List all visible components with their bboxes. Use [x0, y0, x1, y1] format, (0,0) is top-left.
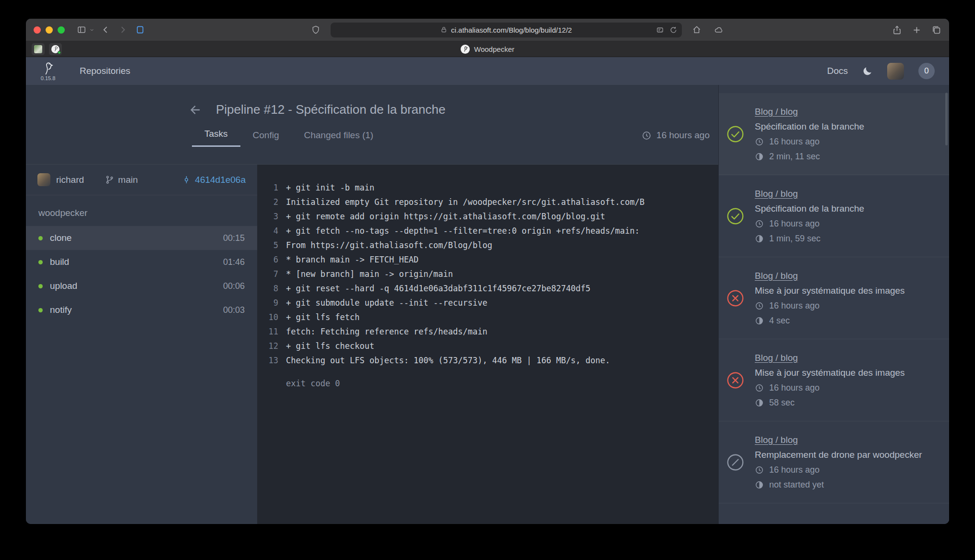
- step-clone[interactable]: clone 00:15: [26, 226, 257, 250]
- step-build[interactable]: build 01:46: [26, 250, 257, 274]
- notification-badge[interactable]: 0: [918, 63, 935, 79]
- reload-icon[interactable]: [669, 26, 678, 34]
- pipeline-time: 16 hours ago: [642, 130, 718, 147]
- address-bar-actions: [656, 23, 678, 37]
- minimize-window-button[interactable]: [46, 26, 53, 34]
- pipeline-entry-time: 16 hours ago: [769, 465, 820, 475]
- tab-config[interactable]: Config: [240, 130, 292, 147]
- commit-sha: 4614d1e06a: [195, 175, 246, 185]
- step-duration: 00:15: [223, 233, 245, 243]
- dark-mode-toggle-icon[interactable]: [862, 66, 873, 76]
- steps-sidebar: richard main 4614d1e06a woodpecker: [26, 165, 257, 524]
- app-body: Pipeline #12 - Spécification de la branc…: [26, 85, 949, 524]
- log-line-number: 9: [257, 296, 278, 310]
- success-status-icon: [726, 125, 744, 143]
- step-name: upload: [50, 281, 77, 291]
- log-line-text: + git init -b main: [278, 180, 374, 195]
- pipeline-entry-duration: 2 min, 11 sec: [769, 152, 820, 162]
- tab-overview-icon[interactable]: [931, 25, 941, 35]
- pipeline-entry-duration: 58 sec: [769, 398, 795, 408]
- branch-name: main: [118, 175, 138, 185]
- step-duration: 00:03: [223, 305, 245, 315]
- close-window-button[interactable]: [34, 26, 41, 34]
- app-version: 0.15.8: [41, 76, 56, 81]
- log-line-number: 8: [257, 281, 278, 296]
- active-tab-title: Woodpecker: [474, 45, 514, 53]
- duration-icon: [755, 234, 764, 243]
- pipeline-entry-title: Mise à jour systématique des images: [755, 368, 905, 378]
- log-line: 7* [new branch] main -> origin/main: [257, 267, 718, 281]
- nav-docs[interactable]: Docs: [827, 66, 848, 76]
- pipeline-entry-text: Blog / blog Remplacement de drone par wo…: [755, 435, 922, 490]
- log-line-text: From https://git.athaliasoft.com/Blog/bl…: [278, 238, 492, 252]
- duration-icon: [755, 316, 764, 325]
- toolbar-center: ci.athaliasoft.com/Blog/blog/build/12/2: [150, 23, 884, 37]
- pipeline-entry[interactable]: Blog / blog Remplacement de drone par wo…: [719, 503, 949, 524]
- repo-link[interactable]: Blog / blog: [755, 353, 798, 363]
- site-settings-icon[interactable]: [656, 26, 664, 34]
- active-tab[interactable]: Woodpecker: [461, 41, 514, 57]
- step-notify[interactable]: notify 00:03: [26, 298, 257, 322]
- log-viewer[interactable]: 1+ git init -b main 2Initialized empty G…: [257, 165, 718, 524]
- log-line-number: 12: [257, 339, 278, 353]
- repo-link[interactable]: Blog / blog: [755, 271, 798, 281]
- forward-button[interactable]: [116, 23, 130, 37]
- tab-changed-files[interactable]: Changed files (1): [292, 130, 386, 147]
- repo-link[interactable]: Blog / blog: [755, 107, 798, 117]
- toolbar-right: [892, 25, 941, 35]
- log-line: 9+ git submodule update --init --recursi…: [257, 296, 718, 310]
- pipeline-entry-title: Mise à jour systématique des images: [755, 286, 905, 296]
- repo-link[interactable]: Blog / blog: [755, 189, 798, 199]
- clock-icon: [755, 383, 764, 393]
- commit-link[interactable]: 4614d1e06a: [182, 175, 246, 185]
- clock-icon: [755, 137, 764, 146]
- home-icon[interactable]: [690, 23, 704, 37]
- clock-icon: [642, 131, 652, 141]
- step-upload[interactable]: upload 00:06: [26, 274, 257, 298]
- step-name: clone: [50, 233, 71, 243]
- new-tab-icon[interactable]: [912, 25, 922, 35]
- workflow-label: woodpecker: [26, 195, 257, 226]
- pipeline-main: Pipeline #12 - Spécification de la branc…: [26, 85, 718, 524]
- log-line-number: 2: [257, 195, 278, 209]
- share-icon[interactable]: [892, 25, 902, 35]
- privacy-shield-icon[interactable]: [309, 23, 323, 37]
- log-line-number: 5: [257, 238, 278, 252]
- sidebar-toggle-icon[interactable]: [74, 23, 89, 37]
- pinned-tab-1[interactable]: [32, 43, 45, 55]
- log-line: 2Initialized empty Git repository in /wo…: [257, 195, 718, 209]
- url-text: ci.athaliasoft.com/Blog/blog/build/12/2: [451, 26, 572, 34]
- log-line-text: + git submodule update --init --recursiv…: [278, 296, 488, 310]
- browser-toolbar: ci.athaliasoft.com/Blog/blog/build/12/2: [26, 19, 949, 41]
- pipeline-entry[interactable]: Blog / blog Mise à jour systématique des…: [719, 339, 949, 421]
- log-line-number: 11: [257, 324, 278, 339]
- pipeline-entry[interactable]: Blog / blog Remplacement de drone par wo…: [719, 421, 949, 503]
- nav-repositories[interactable]: Repositories: [80, 66, 131, 76]
- log-line-text: Initialized empty Git repository in /woo…: [278, 195, 644, 209]
- log-line-number: 13: [257, 353, 278, 368]
- log-line-text: + git lfs checkout: [278, 339, 374, 353]
- log-line: 3+ git remote add origin https://git.ath…: [257, 209, 718, 224]
- icloud-tabs-icon[interactable]: [712, 23, 726, 37]
- repo-link[interactable]: Blog / blog: [755, 435, 798, 445]
- tab-tasks[interactable]: Tasks: [192, 129, 240, 147]
- header-right: Docs 0: [827, 63, 935, 80]
- pipeline-entry-time: 16 hours ago: [769, 219, 820, 229]
- sidebar-chevron-icon[interactable]: [88, 23, 95, 37]
- woodpecker-logo[interactable]: 0.15.8: [40, 61, 56, 81]
- pinned-tab-2[interactable]: [49, 43, 62, 55]
- pipeline-entry[interactable]: Blog / blog Mise à jour systématique des…: [719, 257, 949, 339]
- zoom-window-button[interactable]: [58, 26, 65, 34]
- back-arrow-icon[interactable]: [189, 103, 202, 117]
- log-line: 13Checking out LFS objects: 100% (573/57…: [257, 353, 718, 368]
- user-avatar[interactable]: [887, 63, 904, 80]
- address-bar[interactable]: ci.athaliasoft.com/Blog/blog/build/12/2: [331, 23, 682, 37]
- failure-status-icon: [726, 289, 744, 307]
- back-button[interactable]: [98, 23, 113, 37]
- pipeline-entry[interactable]: Blog / blog Spécification de la branche …: [719, 175, 949, 257]
- page-icon[interactable]: [133, 23, 147, 37]
- success-status-icon: [726, 207, 744, 225]
- pipeline-time-text: 16 hours ago: [656, 130, 710, 141]
- pipeline-entry[interactable]: Blog / blog Spécification de la branche …: [719, 93, 949, 175]
- sidebar-scrollbar[interactable]: [945, 93, 948, 145]
